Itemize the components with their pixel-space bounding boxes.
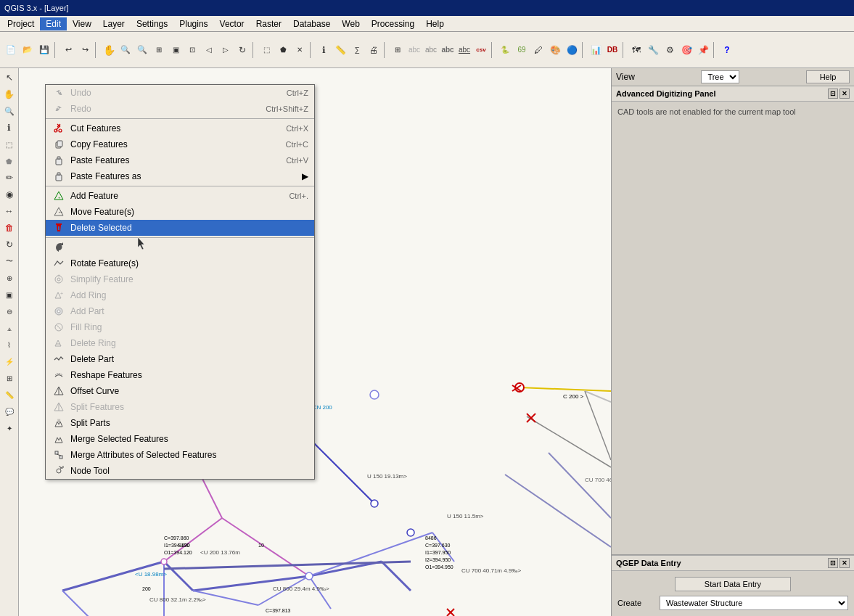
tb-redo[interactable]: ↪ bbox=[77, 42, 93, 58]
menu-vector[interactable]: Vector bbox=[214, 17, 250, 30]
tb-select-poly[interactable]: ⬟ bbox=[275, 42, 291, 58]
tb-stats[interactable]: ∑ bbox=[349, 42, 365, 58]
tb-pan[interactable]: ✋ bbox=[101, 42, 117, 58]
tb-measure[interactable]: 📏 bbox=[332, 42, 348, 58]
menu-item-simplify[interactable]: Rotate Feature(s) bbox=[46, 255, 314, 271]
lt-delete[interactable]: 🗑 bbox=[1, 220, 17, 236]
lt-select3[interactable]: ⬟ bbox=[1, 153, 17, 169]
menu-item-fill-ring[interactable]: Add Part bbox=[46, 303, 314, 319]
lt-del-ring[interactable]: ⊖ bbox=[1, 303, 17, 319]
tb-undo[interactable]: ↩ bbox=[60, 42, 76, 58]
lt-add-ring[interactable]: ⊕ bbox=[1, 270, 17, 286]
menu-project[interactable]: Project bbox=[1, 17, 40, 30]
menu-raster[interactable]: Raster bbox=[250, 17, 287, 30]
tb-label4[interactable]: abc bbox=[456, 42, 472, 58]
menu-item-redo[interactable]: Redo Ctrl+Shift+Z bbox=[46, 101, 314, 117]
help-button[interactable]: Help bbox=[806, 70, 850, 83]
menu-database[interactable]: Database bbox=[287, 17, 336, 30]
tb-plugin2[interactable]: 🖊 bbox=[530, 42, 546, 58]
menu-view[interactable]: View bbox=[67, 17, 97, 30]
tb-identify[interactable]: ℹ bbox=[316, 42, 332, 58]
lt-select2[interactable]: ⬚ bbox=[1, 136, 17, 152]
lt-identify[interactable]: ℹ bbox=[1, 120, 17, 136]
menu-item-paste[interactable]: Paste Features Ctrl+V bbox=[46, 152, 314, 168]
lt-draw[interactable]: ✏ bbox=[1, 170, 17, 186]
lt-point-sym[interactable]: ✦ bbox=[1, 420, 17, 436]
digitizing-restore-btn[interactable]: ⊡ bbox=[828, 89, 838, 99]
menu-layer[interactable]: Layer bbox=[97, 17, 131, 30]
lt-simplify[interactable]: 〜 bbox=[1, 253, 17, 269]
tb-feature4[interactable]: 🎯 bbox=[678, 42, 694, 58]
lt-merge[interactable]: ⊞ bbox=[1, 370, 17, 386]
menu-item-rotate-symbols[interactable]: Node Tool bbox=[46, 463, 314, 479]
menu-processing[interactable]: Processing bbox=[366, 17, 420, 30]
lt-move[interactable]: ↔ bbox=[1, 203, 17, 219]
menu-item-rotate-feature[interactable] bbox=[46, 239, 314, 255]
menu-item-offset-curve[interactable]: Reshape Features bbox=[46, 367, 314, 383]
view-select[interactable]: Tree bbox=[701, 70, 739, 83]
tb-help[interactable]: ? bbox=[719, 42, 735, 58]
tb-label3[interactable]: abc bbox=[440, 42, 456, 58]
tb-plugin4[interactable]: 🔵 bbox=[564, 42, 580, 58]
menu-item-delete-ring[interactable]: Fill Ring bbox=[46, 319, 314, 335]
menu-edit[interactable]: Edit bbox=[40, 17, 67, 30]
menu-item-add-part[interactable]: + Add Ring bbox=[46, 287, 314, 303]
menu-item-move-feature[interactable]: ↔ Move Feature(s) bbox=[46, 204, 314, 220]
lt-offset[interactable]: ⌇ bbox=[1, 337, 17, 353]
lt-fill[interactable]: ▣ bbox=[1, 287, 17, 303]
tb-zoom-select[interactable]: ⊡ bbox=[184, 42, 200, 58]
menu-plugins[interactable]: Plugins bbox=[173, 17, 213, 30]
tb-label2[interactable]: abc bbox=[423, 42, 439, 58]
qgep-restore-btn[interactable]: ⊡ bbox=[828, 558, 838, 568]
tb-select-rect[interactable]: ⬚ bbox=[258, 42, 274, 58]
menu-item-split-features[interactable]: Offset Curve bbox=[46, 383, 314, 399]
menu-item-cut[interactable]: Cut Features Ctrl+X bbox=[46, 120, 314, 136]
tb-python[interactable]: 🐍 bbox=[497, 42, 513, 58]
lt-rotate[interactable]: ↻ bbox=[1, 237, 17, 252]
tb-chart[interactable]: 📊 bbox=[588, 42, 604, 58]
menu-item-merge-selected[interactable]: ∪ Split Parts bbox=[46, 415, 314, 431]
tb-attr-table[interactable]: ⊞ bbox=[390, 42, 406, 58]
tb-zoom-full[interactable]: ⊞ bbox=[151, 42, 167, 58]
tb-new[interactable]: 📄 bbox=[3, 42, 19, 58]
menu-item-copy[interactable]: Copy Features Ctrl+C bbox=[46, 136, 314, 152]
lt-node[interactable]: ◉ bbox=[1, 186, 17, 202]
lt-select[interactable]: ↖ bbox=[1, 70, 17, 86]
tb-save[interactable]: 💾 bbox=[36, 42, 52, 58]
menu-item-add-feature[interactable]: + Add Feature Ctrl+. bbox=[46, 188, 314, 204]
menu-web[interactable]: Web bbox=[336, 17, 365, 30]
menu-item-add-ring[interactable]: + Simplify Feature bbox=[46, 271, 314, 287]
lt-zoom-in[interactable]: 🔍 bbox=[1, 103, 17, 119]
tb-label[interactable]: abc bbox=[406, 42, 422, 58]
start-data-entry-button[interactable]: Start Data Entry bbox=[675, 577, 791, 591]
menu-item-reshape[interactable]: Delete Part bbox=[46, 351, 314, 367]
menu-item-paste-as[interactable]: Paste Features as ▶ bbox=[46, 168, 314, 184]
menu-item-delete-part[interactable]: Delete Ring bbox=[46, 335, 314, 351]
tb-csv[interactable]: csv bbox=[473, 42, 489, 58]
tb-db[interactable]: DB bbox=[604, 42, 620, 58]
tb-feature3[interactable]: ⚙ bbox=[662, 42, 678, 58]
qgep-close-btn[interactable]: ✕ bbox=[839, 558, 850, 568]
tb-feature2[interactable]: 🔧 bbox=[645, 42, 661, 58]
lt-split[interactable]: ⚡ bbox=[1, 353, 17, 369]
tb-zoom-out[interactable]: 🔍 bbox=[134, 42, 150, 58]
lt-reshape[interactable]: ⟁ bbox=[1, 320, 17, 336]
tb-plugin1[interactable]: 69 bbox=[514, 42, 530, 58]
lt-pan[interactable]: ✋ bbox=[1, 86, 17, 102]
tb-feature1[interactable]: 🗺 bbox=[628, 42, 644, 58]
create-select[interactable]: Wastewater Structure bbox=[660, 596, 848, 610]
tb-zoom-prev[interactable]: ◁ bbox=[201, 42, 217, 58]
menu-item-split-parts[interactable]: Split Features bbox=[46, 399, 314, 415]
tb-zoom-next[interactable]: ▷ bbox=[218, 42, 234, 58]
tb-print[interactable]: 🖨 bbox=[366, 42, 382, 58]
menu-item-node-tool[interactable]: Merge Attributes of Selected Features bbox=[46, 447, 314, 463]
tb-zoom-layer[interactable]: ▣ bbox=[168, 42, 184, 58]
menu-help[interactable]: Help bbox=[420, 17, 450, 30]
menu-item-delete-selected[interactable]: Delete Selected bbox=[46, 220, 314, 236]
tb-deselect[interactable]: ✕ bbox=[292, 42, 308, 58]
menu-item-undo[interactable]: Undo Ctrl+Z bbox=[46, 85, 314, 101]
tb-refresh[interactable]: ↻ bbox=[234, 42, 250, 58]
tb-zoom-in[interactable]: 🔍 bbox=[118, 42, 134, 58]
tb-open[interactable]: 📂 bbox=[20, 42, 36, 58]
tb-plugin3[interactable]: 🎨 bbox=[547, 42, 563, 58]
